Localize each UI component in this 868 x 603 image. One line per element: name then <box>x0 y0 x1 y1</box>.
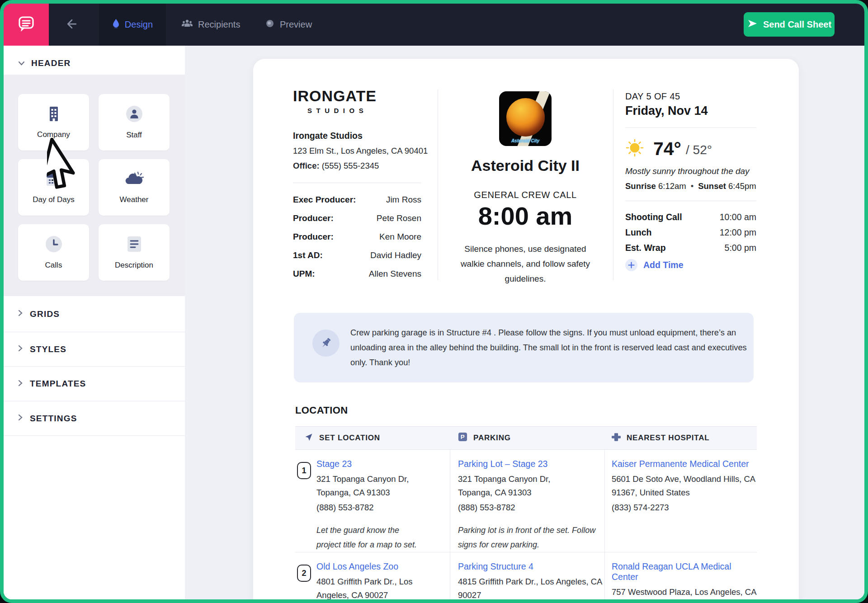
location-table-header: SET LOCATION P PARKING NEAREST HOSPITAL <box>295 426 757 450</box>
clock-icon <box>45 235 63 255</box>
tile-staff-label: Staff <box>126 131 142 140</box>
chevron-right-icon <box>18 310 23 318</box>
company-logo-subtext: STUDIOS <box>307 107 421 114</box>
tab-preview[interactable]: Preview <box>265 4 312 46</box>
sidebar-item-templates[interactable]: TEMPLATES <box>4 367 185 401</box>
navigation-arrow-icon <box>304 433 313 444</box>
svg-text:P: P <box>461 433 465 440</box>
crew-row: Producer:Ken Moore <box>293 232 421 242</box>
chevron-right-icon <box>18 380 23 388</box>
eye-icon <box>265 19 275 31</box>
schedule-row: Est. Wrap5:00 pm <box>625 243 756 253</box>
forecast-text: Mostly sunny throughout the day <box>625 166 756 176</box>
sunrise-time: 6:12am <box>656 181 686 191</box>
add-time-button[interactable]: Add Time <box>625 259 756 271</box>
tile-calls[interactable]: Calls <box>18 224 89 281</box>
sunset-time: 6:45pm <box>726 181 756 191</box>
tile-description[interactable]: Description <box>99 224 170 281</box>
hospital-phone: (833) 574-2273 <box>612 503 757 513</box>
tile-company[interactable]: Company <box>18 94 89 151</box>
set-location-cell: 2 Old Los Angeles Zoo 4801 Griffith Park… <box>295 552 450 599</box>
hospital-link[interactable]: Ronald Reagan UCLA Medical Center <box>612 561 757 582</box>
temp-low: / 52° <box>686 140 712 157</box>
send-call-sheet-label: Send Call Sheet <box>763 19 831 30</box>
schedule-row: Shooting Call10:00 am <box>625 212 756 222</box>
company-name: Irongate Studios <box>293 131 421 141</box>
set-location-address: 321 Topanga Canyon Dr,Topanga, CA 91303 <box>316 472 423 499</box>
crew-list: Exec Producer:Jim Ross Producer:Pete Ros… <box>293 195 421 279</box>
back-arrow-icon <box>65 17 79 33</box>
production-poster-image[interactable]: Asteroid City <box>499 91 552 146</box>
set-location-link[interactable]: Stage 23 <box>316 459 423 469</box>
tile-weather[interactable]: Weather <box>99 159 170 216</box>
weather-row: 74° / 52° <box>625 138 756 160</box>
hospital-address: 5601 De Soto Ave, Woodland Hills, CA9136… <box>612 472 757 499</box>
company-office-phone: Office: (555) 555-2345 <box>293 161 421 171</box>
office-phone: (555) 555-2345 <box>320 161 379 170</box>
parking-address: 321 Topanga Canyon Dr,Topanga, CA 91303 <box>458 472 604 499</box>
company-column: IRONGATE STUDIOS Irongate Studios 123 El… <box>293 87 421 287</box>
crew-row: Exec Producer:Jim Ross <box>293 195 421 205</box>
parking-link[interactable]: Parking Structure 4 <box>458 561 604 572</box>
app-logo[interactable] <box>4 4 49 46</box>
hospital-address: 757 Westwood Plaza, Los Angeles, CA90095… <box>612 585 757 599</box>
tile-company-label: Company <box>37 130 70 139</box>
divider <box>613 90 613 280</box>
tile-staff[interactable]: Staff <box>99 94 170 151</box>
sidebar-item-templates-label: TEMPLATES <box>30 379 86 389</box>
sidebar-section-header[interactable]: HEADER <box>4 46 185 75</box>
day-counter: DAY 5 OF 45 <box>625 91 756 102</box>
parking-address: 4815 Griffith Park Dr., Los Angeles, CA9… <box>458 575 603 599</box>
medical-cross-icon <box>612 433 621 444</box>
send-call-sheet-button[interactable]: Send Call Sheet <box>744 12 835 37</box>
tab-recipients-label: Recipients <box>198 19 240 30</box>
set-location-cell: 1 Stage 23 321 Topanga Canyon Dr,Topanga… <box>295 450 450 552</box>
sidebar: HEADER Company <box>4 46 185 599</box>
day-column: DAY 5 OF 45 Friday, Nov 14 <box>625 91 756 271</box>
schedule-list: Shooting Call10:00 am Lunch12:00 pm Est.… <box>625 212 756 253</box>
calendar-icon <box>45 170 63 189</box>
back-button[interactable] <box>65 4 79 46</box>
company-logo-text: IRONGATE <box>293 87 421 105</box>
tab-design[interactable]: Design <box>99 4 166 46</box>
crew-call-label: GENERAL CREW CALL <box>438 190 613 200</box>
set-location-note: Let the guard know the project title for… <box>316 523 423 552</box>
text-lines-icon <box>126 235 142 255</box>
set-location-link[interactable]: Old Los Angeles Zoo <box>316 561 413 572</box>
tab-preview-label: Preview <box>280 19 312 30</box>
parking-icon: P <box>458 432 467 444</box>
hospital-cell: Ronald Reagan UCLA Medical Center 757 We… <box>604 552 757 599</box>
hospital-link[interactable]: Kaiser Permanente Medical Center <box>612 459 757 469</box>
tile-day-of-days[interactable]: Day of Days <box>18 159 89 216</box>
cloud-sun-icon <box>124 170 144 189</box>
production-notes: Silence phones, use designated walkie ch… <box>458 241 593 286</box>
divider <box>625 201 756 201</box>
tab-recipients[interactable]: Recipients <box>181 4 240 46</box>
sun-times: Sunrise 6:12am•Sunset 6:45pm <box>625 181 756 191</box>
company-address: 123 Elm St., Los Angeles, CA 90401 <box>293 146 421 156</box>
parking-cell: Parking Structure 4 4815 Griffith Park D… <box>450 552 604 599</box>
plus-icon <box>625 259 637 271</box>
divider <box>604 450 605 599</box>
speech-bubble-logo-icon <box>16 14 36 36</box>
paint-drop-icon <box>112 19 120 31</box>
location-number-badge: 2 <box>297 565 311 582</box>
sidebar-item-grids[interactable]: GRIDS <box>4 296 185 332</box>
pushpin-icon <box>312 330 340 357</box>
location-heading: LOCATION <box>295 405 348 416</box>
chevron-down-icon <box>18 59 25 67</box>
location-table-body: 1 Stage 23 321 Topanga Canyon Dr,Topanga… <box>295 450 757 599</box>
add-time-label: Add Time <box>643 260 683 270</box>
parking-link[interactable]: Parking Lot – Stage 23 <box>458 459 604 469</box>
office-label: Office: <box>293 161 320 170</box>
parking-cell: Parking Lot – Stage 23 321 Topanga Canyo… <box>450 450 604 552</box>
production-note-text: Crew parking garage is in Structure #4 .… <box>350 325 752 370</box>
poster-planet <box>506 98 545 137</box>
sidebar-item-settings[interactable]: SETTINGS <box>4 401 185 436</box>
sidebar-item-styles[interactable]: STYLES <box>4 332 185 367</box>
chevron-right-icon <box>18 345 23 353</box>
divider <box>625 127 756 128</box>
crew-row: 1st AD:David Hadley <box>293 250 421 260</box>
app-window: Design Recipients Preview Send <box>4 4 864 599</box>
call-sheet-card: IRONGATE STUDIOS Irongate Studios 123 El… <box>253 59 799 599</box>
